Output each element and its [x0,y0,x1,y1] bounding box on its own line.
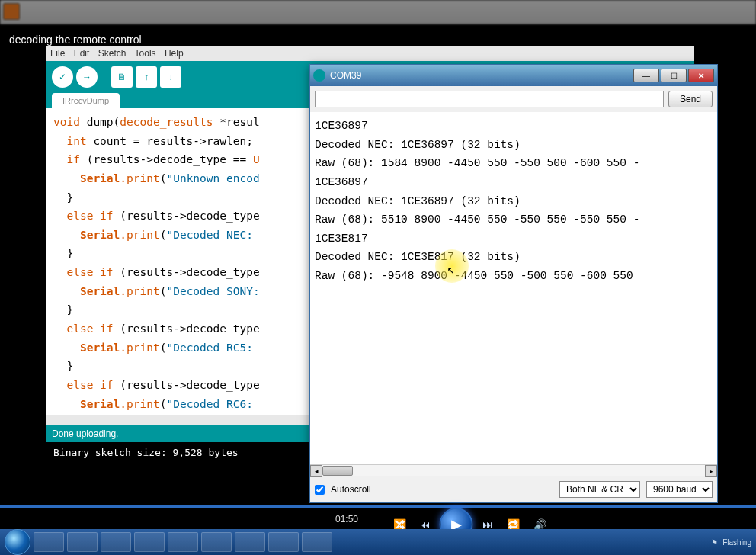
serial-line: 1CE3E817 [315,233,368,245]
minimize-button[interactable]: — [633,69,659,82]
serial-bottom-bar: Autoscroll Both NL & CR 9600 baud [310,476,717,502]
send-button[interactable]: Send [668,91,713,107]
serial-line: 1CE36897 [315,120,368,132]
scroll-thumb[interactable] [322,466,353,476]
serial-input-row: Send [310,86,717,112]
new-button[interactable]: 🗎 [111,66,133,88]
verify-button[interactable]: ✓ [52,66,73,88]
media-control-bar: 01:50 🔀 ⏮ ▶ ⏭ 🔁 🔊 [0,508,756,531]
menu-tools[interactable]: Tools [135,48,156,59]
serial-line: Decoded NEC: 1CE3E817 (32 bits) [315,251,521,263]
menu-file[interactable]: File [50,48,65,59]
scroll-right-arrow[interactable]: ▸ [705,465,717,477]
system-tray[interactable]: ⚑ Flashing [711,538,751,547]
sketch-tab[interactable]: IRrecvDump [52,93,120,108]
task-item[interactable] [34,532,64,552]
playback-progress[interactable] [0,505,756,508]
menu-help[interactable]: Help [165,48,184,59]
maximize-button[interactable]: ☐ [661,69,687,82]
task-item[interactable] [168,532,198,552]
task-item[interactable] [134,532,165,552]
task-item[interactable] [67,532,98,552]
serial-output[interactable]: 1CE36897 Decoded NEC: 1CE36897 (32 bits)… [310,112,717,464]
scroll-left-arrow[interactable]: ◂ [310,465,322,477]
tray-label: Flashing [722,538,751,547]
serial-monitor-window: COM39 — ☐ ✕ Send 1CE36897 Decoded NEC: 1… [309,64,718,503]
task-item[interactable] [101,532,131,552]
cursor-icon: ↖ [447,261,455,281]
tray-item[interactable]: ⚑ [711,538,718,547]
open-button[interactable]: ↑ [136,66,157,88]
start-button[interactable] [5,529,30,555]
serial-scrollbar[interactable]: ◂ ▸ [310,464,717,476]
save-button[interactable]: ↓ [160,66,181,88]
task-item[interactable] [268,532,299,552]
upload-button[interactable]: → [76,66,98,88]
video-title: decoding the remote control [9,34,142,46]
baud-select[interactable]: 9600 baud [646,481,713,498]
autoscroll-label: Autoscroll [331,484,371,495]
arduino-menu-bar: File Edit Sketch Tools Help [46,46,694,61]
playback-time: 01:50 [335,514,358,525]
serial-line: 1CE36897 [315,176,368,188]
serial-titlebar[interactable]: COM39 — ☐ ✕ [310,65,717,86]
background-app-toolbar [0,0,756,24]
vlc-icon [3,3,20,20]
serial-line: Raw (68): -9548 8900 -4450 550 -500 550 … [315,270,639,282]
serial-line: Raw (68): 5510 8900 -4450 550 -550 550 -… [315,213,639,226]
autoscroll-checkbox[interactable] [315,485,325,495]
windows-taskbar: ⚑ Flashing [0,529,756,555]
scroll-track[interactable] [322,465,705,476]
serial-input[interactable] [315,91,664,107]
serial-line: Decoded NEC: 1CE36897 (32 bits) [315,195,521,207]
line-ending-select[interactable]: Both NL & CR [559,481,640,498]
serial-window-icon [313,69,325,82]
task-item[interactable] [201,532,232,552]
menu-edit[interactable]: Edit [74,48,90,59]
menu-sketch[interactable]: Sketch [98,48,127,59]
task-item[interactable] [302,532,332,552]
serial-line: Raw (68): 1584 8900 -4450 550 -550 500 -… [315,157,639,169]
serial-title: COM39 [330,70,632,81]
task-item[interactable] [235,532,265,552]
close-button[interactable]: ✕ [688,69,714,82]
serial-line: Decoded NEC: 1CE36897 (32 bits) [315,139,521,151]
